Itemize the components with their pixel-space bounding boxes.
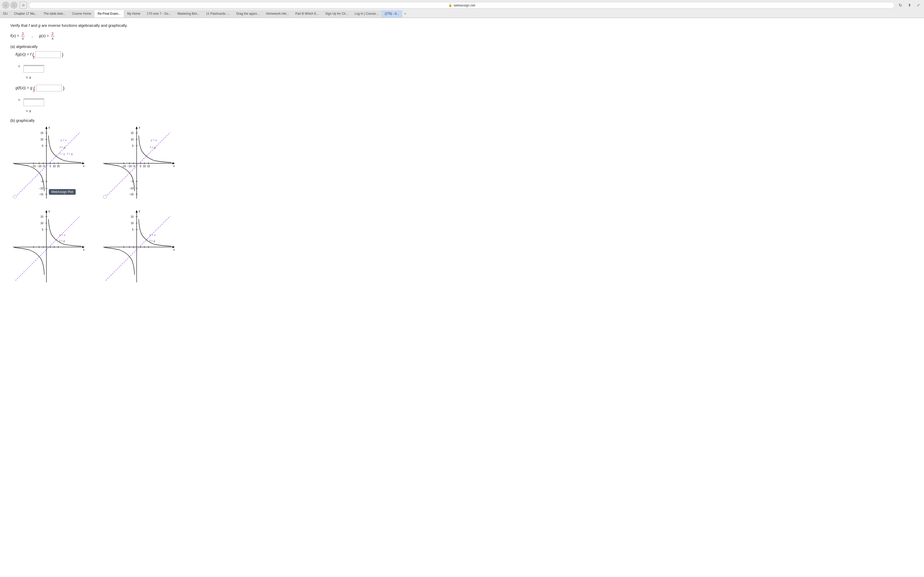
- svg-marker-37: [136, 126, 138, 129]
- svg-text:10: 10: [40, 222, 44, 225]
- reload-button[interactable]: ↻: [897, 2, 904, 9]
- svg-text:15: 15: [40, 132, 44, 134]
- svg-text:y: y: [139, 210, 140, 213]
- tab-partb[interactable]: Part B Which E...: [292, 10, 322, 18]
- tab-drag[interactable]: Drag the appro...: [233, 10, 263, 18]
- g-fraction: 2 x: [51, 32, 54, 41]
- graph1-f-eq-g-label: f = g: [60, 146, 66, 149]
- fg-input[interactable]: [35, 51, 61, 58]
- svg-marker-68: [45, 210, 47, 213]
- svg-line-30: [16, 132, 80, 197]
- tab-du[interactable]: DU: [0, 10, 11, 18]
- browser-toolbar: ‹ › ⊡ 🔒 webassign.net ↻ ⬆ ⤢: [0, 0, 924, 10]
- url-text: webassign.net: [454, 3, 475, 7]
- svg-text:−10: −10: [128, 165, 132, 168]
- svg-text:15: 15: [147, 165, 150, 168]
- browser-chrome: ‹ › ⊡ 🔒 webassign.net ↻ ⬆ ⤢ DU Chapter 1…: [0, 0, 924, 18]
- tab-signup[interactable]: Sign Up for Ch...: [322, 10, 352, 18]
- svg-line-103: [106, 216, 170, 280]
- fg-line: f(g(x)) = f ( ): [16, 51, 914, 58]
- f-denominator: x: [21, 36, 24, 41]
- back-button[interactable]: ‹: [2, 2, 9, 9]
- f-label: f(x) =: [10, 34, 20, 38]
- svg-text:15: 15: [57, 165, 60, 168]
- svg-text:x: x: [83, 164, 84, 168]
- svg-marker-38: [173, 162, 175, 164]
- svg-text:f = g: f = g: [67, 152, 73, 155]
- svg-line-84: [16, 216, 80, 280]
- fg-red-numerator: 2: [33, 55, 34, 59]
- graph3-f-eq-g-label: f = g: [59, 239, 65, 242]
- share-button[interactable]: ⬆: [906, 2, 913, 9]
- part-b-label: (b) graphically: [10, 118, 914, 122]
- tab-more-button[interactable]: »: [402, 10, 409, 18]
- tab-course-home[interactable]: Course Home: [69, 10, 95, 18]
- problem-statement: Verify that f and g are inverse function…: [10, 23, 914, 27]
- svg-text:10: 10: [40, 138, 44, 141]
- svg-text:5: 5: [132, 228, 134, 231]
- tab-bar: DU Chapter 17 Ma... The table belo... Co…: [0, 10, 924, 18]
- gf-fraction-row: = 2: [18, 93, 914, 106]
- svg-text:5: 5: [42, 145, 43, 147]
- g-denominator: x: [51, 36, 54, 41]
- fg-close-paren: ): [62, 52, 63, 57]
- tab-login[interactable]: Log In | Course...: [352, 10, 382, 18]
- tab-table[interactable]: The table belo...: [40, 10, 69, 18]
- svg-marker-3: [82, 162, 84, 164]
- svg-text:15: 15: [131, 132, 134, 134]
- g-label: g(x) =: [39, 34, 50, 38]
- graphs-row-1: 15 10 5 −5 −10 −15 −15 −10 −5 5: [10, 125, 914, 201]
- svg-text:−15: −15: [39, 193, 43, 196]
- tab-ch17[interactable]: Chapter 17 Ma...: [11, 10, 40, 18]
- graph1-circle[interactable]: [13, 195, 16, 198]
- svg-text:5: 5: [140, 165, 141, 168]
- tab-re-final[interactable]: Re-Final Exam...: [95, 10, 124, 18]
- tab-mastering[interactable]: Mastering Biol...: [174, 10, 203, 18]
- browser-actions: ⬆ ⤢: [906, 2, 922, 9]
- svg-text:10: 10: [131, 222, 134, 225]
- fg-denom-input[interactable]: [23, 66, 44, 73]
- gf-input[interactable]: [36, 85, 62, 92]
- svg-text:x: x: [83, 248, 84, 251]
- svg-text:x: x: [173, 248, 175, 251]
- graph-3-svg: 15 10 5 x y: [10, 209, 85, 285]
- tab-11flash[interactable]: 11 Flashcards -...: [203, 10, 233, 18]
- svg-text:15: 15: [131, 215, 134, 218]
- svg-text:−10: −10: [39, 187, 43, 190]
- graph-4: 15 10 5 x y y = x f = g: [100, 209, 175, 285]
- part-a-label: (a) algebraically: [10, 44, 914, 49]
- nav-buttons: ‹ ›: [2, 2, 18, 9]
- svg-text:x: x: [173, 164, 175, 168]
- f-fraction: 2 x: [21, 32, 25, 41]
- svg-text:5: 5: [132, 145, 134, 147]
- gf-close-paren: ): [63, 85, 65, 90]
- svg-marker-87: [136, 210, 138, 213]
- separator: ,: [32, 34, 33, 38]
- graph-2: 15 10 5 −5 −10 −15 −15 −10 −5 5: [100, 125, 175, 201]
- fullscreen-button[interactable]: ⤢: [915, 2, 922, 9]
- svg-text:15: 15: [40, 215, 44, 218]
- svg-line-65: [106, 132, 170, 197]
- fg-eq-sign: =: [18, 64, 20, 69]
- graph-3: 15 10 5 x y y = x f = g: [10, 209, 85, 285]
- function-definitions: f(x) = 2 x , g(x) = 2 x: [10, 32, 914, 41]
- page-content: Verify that f and g are inverse function…: [0, 18, 924, 574]
- svg-marker-2: [45, 126, 47, 129]
- svg-text:−10: −10: [37, 165, 42, 168]
- address-bar[interactable]: 🔒 webassign.net: [29, 2, 895, 8]
- graph2-f-eq-g-label: f = g: [150, 146, 156, 149]
- tab-170over7[interactable]: 170 over 7 - Go...: [144, 10, 174, 18]
- tab-view-button[interactable]: ⊡: [19, 2, 27, 9]
- tab-276[interactable]: (276) - d...: [381, 10, 402, 18]
- graph3-y-eq-x-label: y = x: [59, 234, 66, 237]
- gf-denom-input[interactable]: [23, 100, 44, 106]
- gf-eq-sign: =: [18, 98, 20, 102]
- forward-button[interactable]: ›: [10, 2, 18, 9]
- svg-marker-69: [82, 246, 84, 248]
- gf-red-numerator: 2: [33, 89, 34, 93]
- tab-homework[interactable]: Homework Hel...: [263, 10, 292, 18]
- graph-1: 15 10 5 −5 −10 −15 −15 −10 −5 5: [10, 125, 85, 201]
- graph4-f-eq-g-label: f = g: [150, 239, 155, 242]
- tab-my-home[interactable]: My Home: [124, 10, 144, 18]
- graph2-circle[interactable]: [103, 195, 107, 198]
